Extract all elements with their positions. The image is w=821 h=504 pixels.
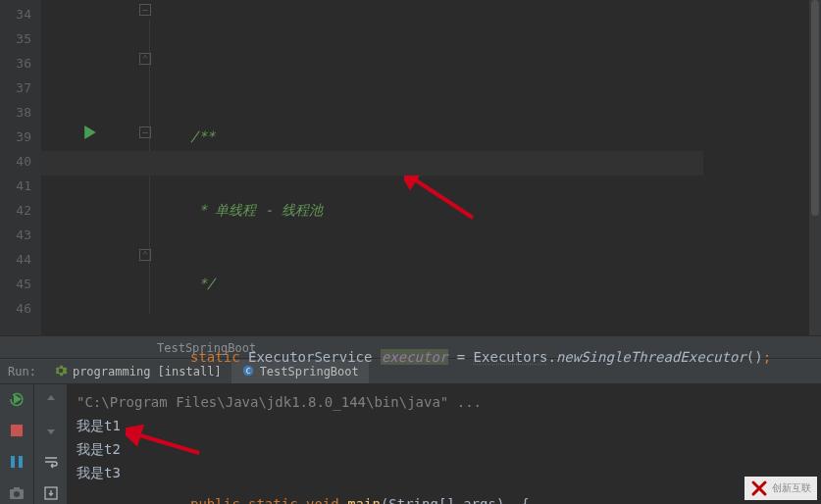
svg-rect-5 bbox=[19, 456, 23, 468]
pause-button[interactable] bbox=[6, 451, 27, 473]
svg-rect-4 bbox=[11, 456, 15, 468]
svg-rect-8 bbox=[14, 487, 20, 490]
svg-point-7 bbox=[14, 491, 20, 497]
line-number: 45 bbox=[0, 272, 31, 296]
caret-line-highlight bbox=[41, 151, 703, 176]
fold-toggle-icon[interactable]: − bbox=[139, 126, 151, 138]
run-panel-label: Run: bbox=[0, 365, 44, 378]
console-command-line: "C:\Program Files\Java\jdk1.8.0_144\bin\… bbox=[77, 390, 811, 414]
code-line-blank bbox=[159, 419, 821, 443]
line-number: 38 bbox=[0, 100, 31, 125]
line-number: 46 bbox=[0, 296, 31, 321]
line-number: 39 bbox=[0, 125, 31, 149]
line-number: 43 bbox=[0, 223, 31, 247]
line-number: 41 bbox=[0, 174, 31, 198]
scroll-to-end-button[interactable] bbox=[40, 482, 62, 504]
run-gutter-icon[interactable] bbox=[84, 126, 96, 142]
line-number: 35 bbox=[0, 26, 31, 51]
camera-button[interactable] bbox=[6, 482, 27, 504]
gear-icon bbox=[54, 364, 68, 380]
soft-wrap-button[interactable] bbox=[40, 451, 62, 473]
rerun-button[interactable] bbox=[6, 388, 27, 410]
code-comment: /** bbox=[159, 128, 215, 144]
up-arrow-button[interactable] bbox=[40, 388, 62, 410]
line-number: 34 bbox=[0, 2, 31, 26]
code-line: static ExecutorService executor = Execut… bbox=[159, 345, 821, 370]
down-arrow-button[interactable] bbox=[40, 420, 62, 441]
code-comment: * 单线程 - 线程池 bbox=[159, 202, 323, 218]
line-number: 40 bbox=[0, 149, 31, 174]
console-toolbar-left bbox=[0, 384, 33, 504]
line-number: 37 bbox=[0, 76, 31, 100]
scrollbar-thumb[interactable] bbox=[811, 0, 819, 216]
stop-button[interactable] bbox=[6, 420, 27, 441]
fold-end-icon[interactable]: ⌃ bbox=[139, 249, 151, 261]
console-panel: "C:\Program Files\Java\jdk1.8.0_144\bin\… bbox=[0, 384, 821, 504]
line-number: 42 bbox=[0, 198, 31, 223]
console-toolbar-secondary bbox=[33, 384, 67, 504]
line-number: 36 bbox=[0, 51, 31, 76]
svg-rect-3 bbox=[11, 425, 23, 436]
code-line: public static void main(String[] args) { bbox=[159, 492, 821, 504]
fold-end-icon[interactable]: ⌃ bbox=[139, 53, 151, 65]
fold-toggle-icon[interactable]: − bbox=[139, 4, 151, 16]
line-number: 44 bbox=[0, 247, 31, 272]
line-number-gutter: 34 35 36 37 38 39 40 41 42 43 44 45 46 bbox=[0, 0, 41, 335]
code-editor[interactable]: /** * 单线程 - 线程池 */ static ExecutorServic… bbox=[159, 0, 821, 335]
code-comment: */ bbox=[159, 276, 215, 291]
console-output-line: 我是t3 bbox=[77, 461, 811, 484]
console-output[interactable]: "C:\Program Files\Java\jdk1.8.0_144\bin\… bbox=[67, 384, 821, 504]
editor-area: 34 35 36 37 38 39 40 41 42 43 44 45 46 −… bbox=[0, 0, 821, 335]
